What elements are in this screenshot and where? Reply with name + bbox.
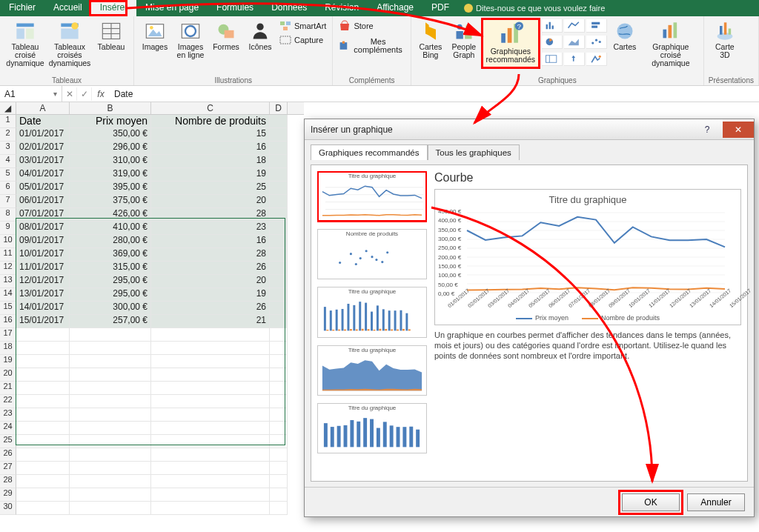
cell[interactable] xyxy=(270,462,288,475)
row-header[interactable]: 29 xyxy=(0,488,16,502)
cell[interactable] xyxy=(270,502,288,515)
cell[interactable] xyxy=(70,462,151,475)
cell[interactable]: 410,00 € xyxy=(70,222,151,235)
cell[interactable] xyxy=(70,328,151,342)
cell[interactable] xyxy=(151,475,270,488)
cell[interactable]: 20 xyxy=(151,275,270,288)
cell[interactable] xyxy=(70,368,151,382)
cell[interactable] xyxy=(151,502,270,515)
cell[interactable] xyxy=(151,342,270,355)
ribbon-tab-formules[interactable]: Formules xyxy=(208,0,262,16)
cell[interactable] xyxy=(270,248,288,262)
cell[interactable] xyxy=(270,142,288,155)
cell[interactable] xyxy=(16,502,70,515)
cell[interactable]: 18 xyxy=(151,155,270,168)
cell[interactable] xyxy=(70,488,151,502)
cancel-formula-icon[interactable]: ✕ xyxy=(62,87,77,101)
cell[interactable] xyxy=(70,342,151,355)
cell[interactable] xyxy=(70,355,151,368)
thumb-column[interactable]: Titre du graphique xyxy=(317,403,427,453)
cell[interactable] xyxy=(16,395,70,408)
row-header[interactable]: 27 xyxy=(0,462,16,475)
cell[interactable] xyxy=(16,448,70,462)
cell[interactable]: 15 xyxy=(151,128,270,142)
cell[interactable] xyxy=(151,355,270,368)
cell[interactable]: 06/01/2017 xyxy=(16,195,70,208)
cell[interactable]: 10/01/2017 xyxy=(16,248,70,262)
pivot-table-button[interactable]: Tableau croisé dynamique xyxy=(4,19,46,67)
row-header[interactable]: 18 xyxy=(0,342,16,355)
capture-button[interactable]: Capture xyxy=(278,33,328,47)
cell[interactable] xyxy=(270,422,288,435)
cell[interactable]: 07/01/2017 xyxy=(16,208,70,222)
cell[interactable] xyxy=(151,382,270,395)
cell[interactable] xyxy=(16,408,70,422)
dialog-close-button[interactable]: ✕ xyxy=(723,122,754,138)
cell[interactable] xyxy=(270,115,288,128)
cell[interactable] xyxy=(70,395,151,408)
cell[interactable]: 280,00 € xyxy=(70,235,151,248)
cell[interactable]: 300,00 € xyxy=(70,302,151,315)
col-D[interactable]: D xyxy=(270,102,288,114)
accept-formula-icon[interactable]: ✓ xyxy=(77,87,92,101)
row-header[interactable]: 15 xyxy=(0,302,16,315)
row-header[interactable]: 21 xyxy=(0,382,16,395)
cell[interactable] xyxy=(151,435,270,448)
cell[interactable] xyxy=(70,382,151,395)
cell[interactable] xyxy=(151,488,270,502)
my-addins-button[interactable]: Mes compléments xyxy=(337,37,405,55)
tab-recommended-charts[interactable]: Graphiques recommandés xyxy=(311,144,428,160)
chart-type-grid[interactable] xyxy=(542,19,607,67)
ribbon-tab-affichage[interactable]: Affichage xyxy=(368,0,422,16)
cell[interactable]: Prix moyen xyxy=(70,115,151,128)
cell[interactable] xyxy=(270,328,288,342)
tell-me-search[interactable]: Dites-nous ce que vous voulez faire xyxy=(464,0,605,16)
cell[interactable] xyxy=(270,315,288,328)
ribbon-tab-pdf[interactable]: PDF xyxy=(422,0,458,16)
cell[interactable]: 296,00 € xyxy=(70,142,151,155)
row-header[interactable]: 25 xyxy=(0,435,16,448)
bing-maps-button[interactable]: Cartes Bing xyxy=(416,19,445,67)
cell[interactable] xyxy=(151,408,270,422)
thumb-clustered-column[interactable]: Titre du graphique xyxy=(317,287,427,337)
ribbon-tab-accueil[interactable]: Accueil xyxy=(44,0,91,16)
cell[interactable]: 21 xyxy=(151,315,270,328)
cell[interactable]: 13/01/2017 xyxy=(16,288,70,302)
row-header[interactable]: 9 xyxy=(0,222,16,235)
cell[interactable] xyxy=(270,342,288,355)
column-headers[interactable]: ◢ A B C D xyxy=(0,102,304,115)
ribbon-tab-données[interactable]: Données xyxy=(262,0,316,16)
grid[interactable]: 1DatePrix moyenNombre de produits201/01/… xyxy=(0,115,304,515)
cell[interactable] xyxy=(70,435,151,448)
cell[interactable]: 375,00 € xyxy=(70,195,151,208)
cell[interactable] xyxy=(16,462,70,475)
row-header[interactable]: 10 xyxy=(0,235,16,248)
maps-button[interactable]: Cartes xyxy=(610,19,640,67)
store-button[interactable]: Store xyxy=(337,19,405,33)
cell[interactable] xyxy=(270,395,288,408)
cell[interactable]: 310,00 € xyxy=(70,155,151,168)
cell[interactable] xyxy=(16,382,70,395)
cell[interactable] xyxy=(270,382,288,395)
row-header[interactable]: 5 xyxy=(0,168,16,182)
cell[interactable]: 350,00 € xyxy=(70,128,151,142)
cell[interactable] xyxy=(270,408,288,422)
cell[interactable] xyxy=(270,128,288,142)
3d-map-button[interactable]: Carte 3D xyxy=(709,19,741,59)
cell[interactable] xyxy=(270,155,288,168)
cell[interactable]: 257,00 € xyxy=(70,315,151,328)
cell[interactable] xyxy=(70,502,151,515)
row-header[interactable]: 6 xyxy=(0,182,16,195)
thumb-line-chart[interactable]: Titre du graphique xyxy=(317,171,427,222)
cell[interactable]: 26 xyxy=(151,262,270,275)
cell[interactable] xyxy=(70,448,151,462)
cell[interactable]: 319,00 € xyxy=(70,168,151,182)
ribbon-tab-fichier[interactable]: Fichier xyxy=(0,0,44,16)
cell[interactable] xyxy=(151,462,270,475)
row-header[interactable]: 19 xyxy=(0,355,16,368)
col-A[interactable]: A xyxy=(16,102,70,114)
cell[interactable] xyxy=(270,302,288,315)
ribbon-tab-insérer[interactable]: Insérer xyxy=(91,0,136,16)
row-header[interactable]: 22 xyxy=(0,395,16,408)
cell[interactable]: 315,00 € xyxy=(70,262,151,275)
